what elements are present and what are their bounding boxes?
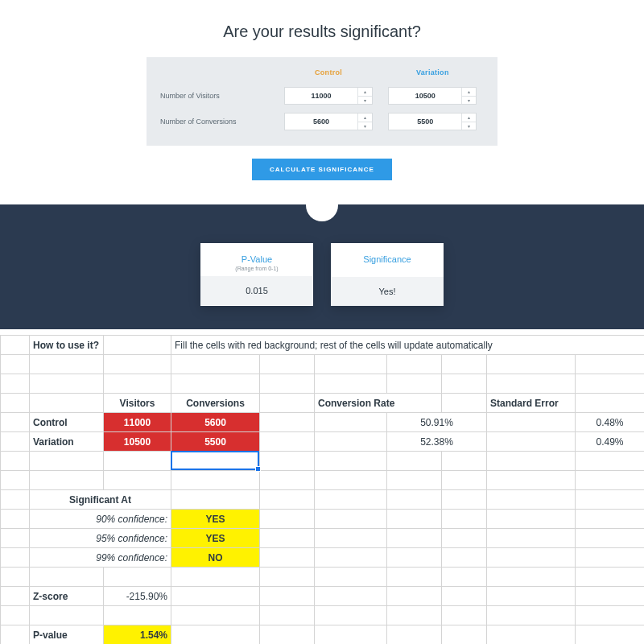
cell-variation-conversions[interactable]: 5500 [171, 432, 260, 452]
card-significance-title: Significance [363, 254, 411, 264]
card-significance: Significance Yes! [331, 243, 444, 306]
spinner-variation-visitors[interactable]: ▴▾ [461, 88, 476, 104]
spreadsheet[interactable]: How to use it? Fill the cells with red b… [0, 335, 644, 644]
hdr-conversions: Conversions [171, 394, 260, 413]
cell-variation-convrate: 52.38% [387, 432, 487, 452]
row-control-label: Control [30, 413, 104, 432]
spinner-control-visitors[interactable]: ▴▾ [357, 88, 372, 104]
chevron-down-icon[interactable]: ▾ [358, 122, 372, 130]
sig-95-val: YES [171, 529, 260, 548]
cell-control-visitors[interactable]: 11000 [104, 413, 171, 432]
hdr-visitors: Visitors [104, 394, 171, 413]
card-significance-value: Yes! [331, 277, 444, 306]
calculate-button[interactable]: CALCULATE SIGNIFICANCE [252, 159, 392, 180]
input-control-visitors-field[interactable] [285, 88, 357, 104]
card-pvalue-value: 0.015 [200, 276, 313, 305]
howto-label: How to use it? [30, 336, 104, 355]
hdr-stderr: Standard Error [487, 394, 576, 413]
chevron-up-icon[interactable]: ▴ [462, 88, 476, 96]
chevron-down-icon[interactable]: ▾ [358, 96, 372, 105]
input-variation-visitors[interactable]: ▴▾ [388, 87, 477, 105]
pvalue-label: P-value [30, 625, 104, 645]
row-variation-label: Variation [30, 432, 104, 452]
calculator-panel: Control Variation Number of Visitors ▴▾ … [147, 57, 497, 146]
zscore-label: Z-score [30, 587, 104, 606]
sig-header: Significant At [30, 490, 171, 510]
spinner-control-conversions[interactable]: ▴▾ [357, 114, 372, 130]
label-conversions: Number of Conversions [159, 109, 276, 134]
sig-95-label: 95% confidence: [30, 529, 171, 548]
cell-control-convrate: 50.91% [387, 413, 487, 432]
card-pvalue-title: P-Value [235, 254, 278, 264]
input-variation-conversions[interactable]: ▴▾ [388, 113, 477, 130]
label-visitors: Number of Visitors [159, 83, 276, 109]
results-strip: P-Value (Range from 0-1) 0.015 Significa… [0, 204, 644, 329]
input-control-conversions[interactable]: ▴▾ [284, 113, 373, 130]
cell-variation-stderr: 0.49% [576, 432, 645, 452]
sig-90-val: YES [171, 510, 260, 529]
zscore-val: -215.90% [104, 587, 171, 606]
input-control-conversions-field[interactable] [285, 114, 357, 130]
chevron-up-icon[interactable]: ▴ [358, 114, 372, 122]
chevron-up-icon[interactable]: ▴ [462, 114, 476, 122]
howto-text: Fill the cells with red background; rest… [171, 336, 645, 355]
spinner-variation-conversions[interactable]: ▴▾ [461, 114, 476, 130]
cell-variation-visitors[interactable]: 10500 [104, 432, 171, 452]
cell-control-stderr: 0.48% [576, 413, 645, 432]
sig-99-label: 99% confidence: [30, 548, 171, 568]
hdr-convrate: Conversion Rate [315, 394, 442, 413]
sig-99-val: NO [171, 548, 260, 568]
cell-control-conversions[interactable]: 5600 [171, 413, 260, 432]
pvalue-val: 1.54% [104, 625, 171, 645]
header-variation: Variation [381, 65, 485, 83]
header-control: Control [276, 65, 380, 83]
input-variation-visitors-field[interactable] [389, 88, 461, 104]
card-pvalue-subtitle: (Range from 0-1) [235, 266, 278, 271]
input-variation-conversions-field[interactable] [389, 114, 461, 130]
chevron-down-icon[interactable]: ▾ [462, 96, 476, 105]
sig-90-label: 90% confidence: [30, 510, 171, 529]
input-control-visitors[interactable]: ▴▾ [284, 87, 373, 105]
chevron-up-icon[interactable]: ▴ [358, 88, 372, 96]
page-title: Are your results significant? [0, 23, 644, 41]
chevron-down-icon[interactable]: ▾ [462, 122, 476, 130]
card-pvalue: P-Value (Range from 0-1) 0.015 [200, 243, 313, 306]
